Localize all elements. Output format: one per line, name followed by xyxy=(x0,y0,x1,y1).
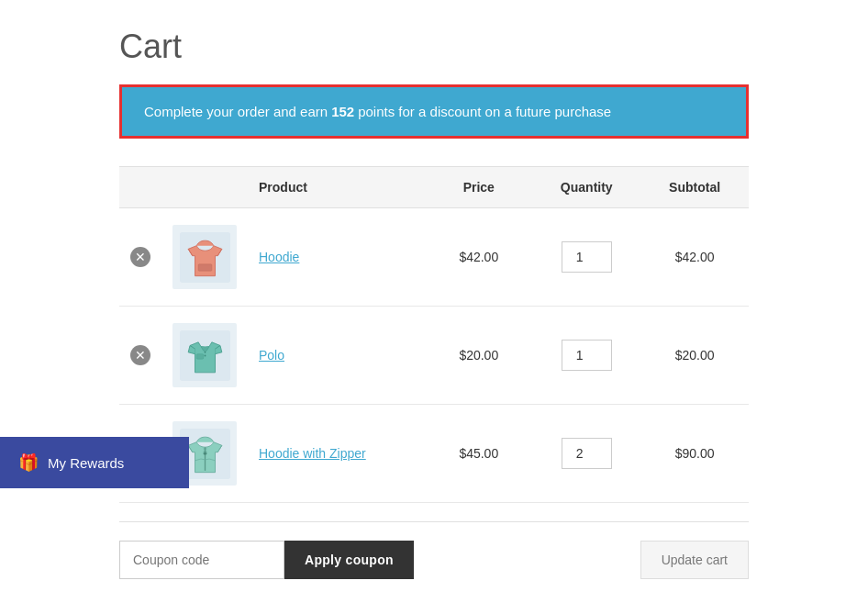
price-hoodie: $42.00 xyxy=(459,250,498,264)
svg-point-6 xyxy=(204,354,206,356)
price-cell-polo: $20.00 xyxy=(425,307,532,405)
apply-coupon-button[interactable]: Apply coupon xyxy=(284,541,414,579)
price-cell-hoodie-zip: $45.00 xyxy=(425,405,532,503)
col-header-quantity: Quantity xyxy=(532,167,640,208)
product-image-hoodie xyxy=(172,225,237,289)
promo-points: 152 xyxy=(331,104,354,119)
promo-banner: Complete your order and earn 152 points … xyxy=(119,84,749,139)
table-row: Hoodie with Zipper $45.00 $90.00 xyxy=(119,405,749,503)
page-title: Cart xyxy=(119,28,749,66)
col-header-price: Price xyxy=(425,167,532,208)
coupon-section: Apply coupon xyxy=(119,541,414,579)
subtotal-hoodie: $42.00 xyxy=(675,250,715,264)
subtotal-cell-hoodie: $42.00 xyxy=(640,208,749,307)
product-image-polo xyxy=(172,323,237,387)
svg-point-5 xyxy=(204,351,206,352)
price-hoodie-zip: $45.00 xyxy=(459,446,498,461)
product-name-cell-hoodie: Hoodie xyxy=(248,208,425,307)
col-header-image xyxy=(161,167,248,208)
page-wrapper: Cart Complete your order and earn 152 po… xyxy=(0,0,868,603)
remove-hoodie-button[interactable]: ✕ xyxy=(130,247,150,267)
promo-text-after: points for a discount on a future purcha… xyxy=(358,104,611,119)
remove-cell: ✕ xyxy=(119,307,161,405)
image-cell-hoodie xyxy=(161,208,248,307)
quantity-input-hoodie-zip[interactable] xyxy=(562,438,612,469)
price-polo: $20.00 xyxy=(459,348,498,363)
quantity-cell-hoodie-zip xyxy=(532,405,640,503)
table-row: ✕ xyxy=(119,307,749,405)
polo-svg-icon xyxy=(180,330,230,381)
table-header-row: Product Price Quantity Subtotal xyxy=(119,167,749,208)
hoodie-svg-icon xyxy=(180,232,230,283)
svg-rect-10 xyxy=(203,452,206,454)
product-link-polo[interactable]: Polo xyxy=(259,348,284,363)
subtotal-cell-polo: $20.00 xyxy=(640,307,749,405)
rewards-icon: 🎁 xyxy=(18,452,39,473)
cart-actions: Apply coupon Update cart xyxy=(119,521,749,579)
my-rewards-label: My Rewards xyxy=(48,455,124,471)
subtotal-polo: $20.00 xyxy=(675,348,715,363)
cart-table: Product Price Quantity Subtotal ✕ xyxy=(119,166,749,503)
svg-rect-7 xyxy=(196,353,203,359)
quantity-input-hoodie[interactable] xyxy=(562,241,612,273)
subtotal-cell-hoodie-zip: $90.00 xyxy=(640,405,749,503)
quantity-cell-polo xyxy=(532,307,640,405)
coupon-input[interactable] xyxy=(119,541,284,579)
product-link-hoodie[interactable]: Hoodie xyxy=(259,250,299,264)
col-header-product: Product xyxy=(248,167,425,208)
image-cell-polo xyxy=(161,307,248,405)
quantity-input-polo[interactable] xyxy=(562,340,612,371)
col-header-remove xyxy=(119,167,161,208)
subtotal-hoodie-zip: $90.00 xyxy=(675,446,715,461)
quantity-cell-hoodie xyxy=(532,208,640,307)
price-cell-hoodie: $42.00 xyxy=(425,208,532,307)
table-row: ✕ xyxy=(119,208,749,307)
svg-rect-1 xyxy=(198,263,212,270)
product-name-cell-polo: Polo xyxy=(248,307,425,405)
product-link-hoodie-zip[interactable]: Hoodie with Zipper xyxy=(259,446,366,461)
update-cart-button[interactable]: Update cart xyxy=(640,541,749,579)
my-rewards-button[interactable]: 🎁 My Rewards xyxy=(0,437,189,488)
col-header-subtotal: Subtotal xyxy=(640,167,749,208)
promo-text-before: Complete your order and earn xyxy=(144,104,328,119)
product-name-cell-hoodie-zip: Hoodie with Zipper xyxy=(248,405,425,503)
remove-polo-button[interactable]: ✕ xyxy=(130,345,150,365)
remove-cell: ✕ xyxy=(119,208,161,307)
